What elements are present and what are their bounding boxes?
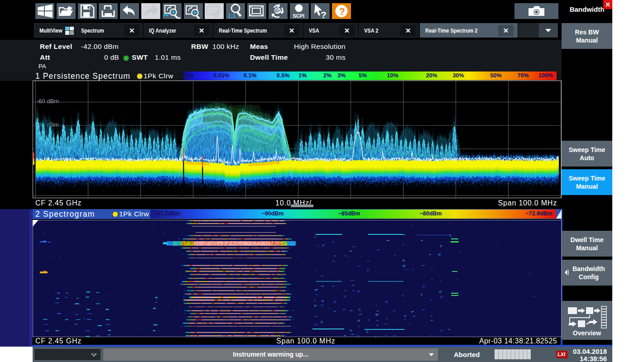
svg-text:S: S <box>276 8 280 14</box>
svg-text:?: ? <box>339 6 345 17</box>
svg-text:?: ? <box>321 10 327 19</box>
svg-text:1:1: 1:1 <box>228 13 236 19</box>
svg-text:SCPI: SCPI <box>293 13 304 19</box>
